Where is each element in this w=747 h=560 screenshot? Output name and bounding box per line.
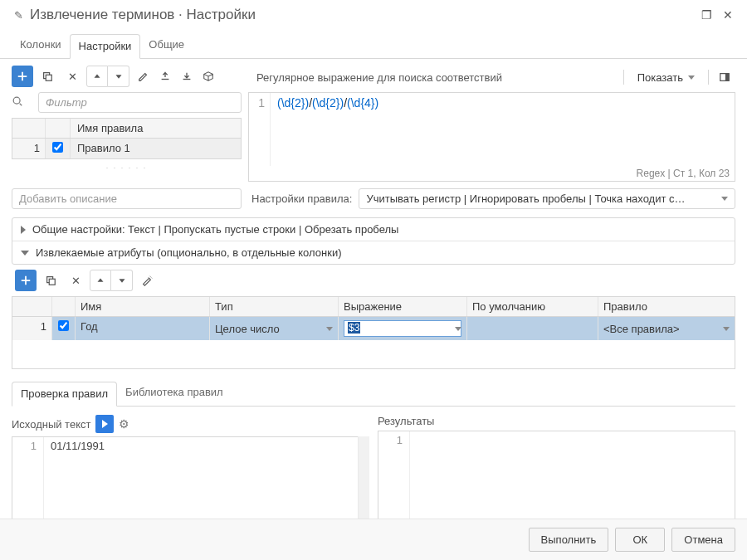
run-button[interactable]: Выполнить [529, 528, 609, 552]
results-label: Результаты [378, 415, 434, 427]
attr-move-up-button[interactable] [90, 270, 111, 291]
source-text-editor[interactable]: 1 01/11/1991 [12, 436, 369, 519]
cancel-button[interactable]: Отмена [671, 528, 735, 552]
attributes-table[interactable]: Имя Тип Выражение По умолчанию Правило 1… [12, 296, 735, 369]
search-icon [12, 92, 33, 113]
expand-panel-button[interactable] [714, 66, 735, 88]
delete-attr-button[interactable]: ✕ [65, 270, 86, 291]
package-button[interactable] [198, 66, 219, 87]
col-default: По умолчанию [467, 297, 598, 316]
rule-settings-label: Настройки правила: [251, 192, 352, 205]
col-rule-name: Имя правила [71, 119, 241, 138]
tab-rules-library[interactable]: Библиотека правил [117, 381, 232, 406]
col-type: Тип [210, 297, 339, 316]
attr-enabled-checkbox[interactable] [58, 320, 69, 331]
import-button[interactable] [176, 66, 198, 87]
attr-name[interactable]: Год [76, 317, 210, 340]
move-up-button[interactable] [86, 66, 108, 87]
delete-rule-button[interactable]: ✕ [61, 66, 83, 87]
magic-wand-button[interactable] [136, 270, 158, 291]
rule-enabled-checkbox[interactable] [52, 142, 63, 153]
regex-label: Регулярное выражение для поиска соответс… [248, 71, 502, 84]
run-check-button[interactable] [95, 415, 114, 433]
tab-check-rules[interactable]: Проверка правил [12, 382, 117, 407]
source-text-label: Исходный текст [12, 418, 90, 431]
chevron-right-icon [21, 226, 26, 234]
attr-type-select[interactable]: Целое число [210, 317, 339, 340]
chevron-down-icon [721, 197, 728, 201]
gear-icon[interactable]: ⚙ [119, 417, 129, 431]
chevron-down-icon [21, 251, 29, 256]
row-number: 1 [12, 139, 46, 158]
copy-rule-button[interactable] [37, 66, 58, 87]
move-down-button[interactable] [108, 66, 129, 87]
rules-table[interactable]: Имя правила 1 Правило 1 [12, 118, 242, 159]
ok-button[interactable]: ОК [615, 528, 665, 552]
resize-handle-icon[interactable]: · · · · · · [12, 163, 242, 172]
tab-settings[interactable]: Настройки [70, 34, 141, 59]
add-rule-button[interactable] [12, 66, 33, 87]
attr-rule-select[interactable]: <Все правила> [598, 317, 735, 340]
chevron-down-icon [688, 75, 695, 80]
svg-rect-1 [46, 75, 51, 80]
filter-input[interactable] [38, 92, 242, 113]
tab-columns[interactable]: Колонки [12, 33, 70, 58]
accordion-general-settings[interactable]: Общие настройки: Текст | Пропускать пуст… [12, 218, 735, 241]
table-row[interactable]: 1 Год Целое число $3 <Все правила> [12, 317, 735, 340]
window-title: Извлечение терминов · Настройки [30, 7, 256, 23]
col-name: Имя [76, 297, 210, 316]
close-button[interactable]: ✕ [720, 8, 735, 22]
add-attr-button[interactable] [15, 270, 37, 291]
line-number: 1 [12, 437, 44, 519]
regex-editor[interactable]: 1 (\d{2})/(\d{2})/(\d{4}) Regex | Ст 1, … [248, 92, 735, 182]
maximize-button[interactable]: ❐ [699, 8, 714, 22]
row-number: 1 [12, 317, 52, 340]
play-icon [102, 420, 108, 428]
attr-default[interactable] [467, 317, 598, 340]
show-dropdown[interactable]: Показать [629, 69, 703, 86]
pencil-icon: ✎ [12, 9, 25, 22]
attr-move-down-button[interactable] [111, 270, 133, 291]
svg-rect-4 [725, 74, 729, 81]
edit-inline-button[interactable] [133, 66, 154, 87]
svg-point-2 [13, 97, 20, 104]
accordion-extracted-attrs[interactable]: Извлекаемые атрибуты (опционально, в отд… [12, 241, 735, 264]
rule-settings-dropdown[interactable]: Учитывать регистр | Игнорировать пробелы… [359, 188, 735, 209]
regex-status: Regex | Ст 1, Кол 23 [637, 168, 730, 179]
col-rule: Правило [598, 297, 735, 316]
description-input[interactable] [12, 188, 242, 209]
scrollbar[interactable] [358, 436, 369, 519]
col-expr: Выражение [339, 297, 467, 316]
rule-name: Правило 1 [71, 139, 241, 158]
tab-general[interactable]: Общие [140, 33, 193, 58]
svg-rect-6 [49, 279, 55, 285]
table-row[interactable]: 1 Правило 1 [12, 139, 241, 158]
copy-attr-button[interactable] [40, 270, 61, 291]
export-button[interactable] [154, 66, 176, 87]
attr-expr-input[interactable]: $3 [339, 317, 467, 340]
line-number: 1 [249, 93, 271, 166]
